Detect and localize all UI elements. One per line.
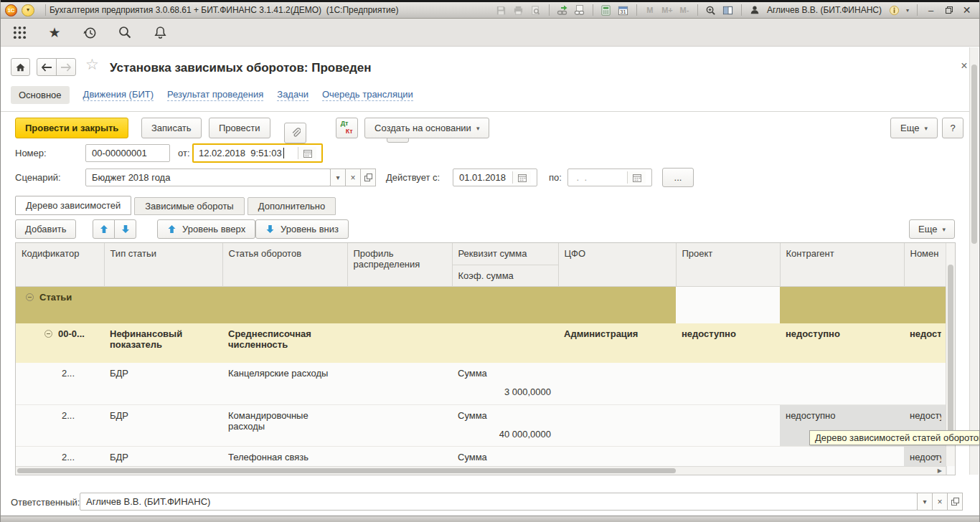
scroll-down-icon[interactable]: ▼: [932, 455, 938, 460]
memory-m-plus-button[interactable]: M+: [659, 6, 675, 14]
cell-amount[interactable]: Сумма40 000,0000: [452, 404, 558, 446]
collapse-icon[interactable]: [44, 330, 52, 338]
attachments-paperclip-icon[interactable]: [284, 123, 306, 143]
scenario-clear-icon[interactable]: ×: [345, 169, 361, 186]
nav-item-posting-result[interactable]: Результат проведения: [167, 89, 263, 101]
tree-more-button[interactable]: Еще▾: [909, 219, 955, 239]
column-header-article[interactable]: Статья оборотов: [222, 243, 347, 286]
cell-codifier[interactable]: 2...: [16, 363, 104, 404]
cell-contractor[interactable]: [780, 363, 904, 404]
calendar-picker-icon[interactable]: [512, 171, 531, 184]
form-vertical-scrollbar[interactable]: [969, 47, 979, 475]
cell-project[interactable]: [676, 363, 780, 404]
calculator-icon[interactable]: [598, 4, 614, 17]
tab-dependency-tree[interactable]: Дерево зависимостей: [15, 196, 131, 215]
info-icon[interactable]: [886, 4, 902, 17]
scenario-open-icon[interactable]: [360, 169, 376, 186]
level-up-button[interactable]: Уровень вверх: [157, 219, 255, 239]
cell-amount[interactable]: Сумма3 000,0000: [452, 363, 558, 404]
cell-profile[interactable]: [347, 404, 452, 446]
cell-project[interactable]: [676, 404, 780, 446]
cell-project[interactable]: недоступно: [676, 323, 780, 363]
cell-type[interactable]: БДР: [104, 363, 222, 404]
cell-amount[interactable]: [452, 323, 558, 363]
column-header-amount-coef[interactable]: Коэф. сумма: [452, 265, 558, 286]
back-button[interactable]: [37, 58, 57, 76]
scenario-field[interactable]: Бюджет 2018 года: [85, 169, 331, 186]
calendar-picker-icon[interactable]: [627, 171, 646, 184]
current-user-name[interactable]: Агличев В.В. (БИТ.ФИНАНС): [767, 5, 882, 15]
print-preview-icon[interactable]: [528, 4, 544, 17]
restore-button[interactable]: [941, 4, 957, 17]
print-icon[interactable]: [511, 4, 527, 17]
main-menu-button[interactable]: ▾: [22, 4, 34, 16]
close-window-button[interactable]: ✕: [958, 4, 975, 17]
cell-type[interactable]: БДР: [104, 404, 222, 446]
cell-type[interactable]: Нефинансовый показатель: [104, 323, 222, 363]
column-header-type[interactable]: Тип статьи: [104, 243, 222, 286]
tab-additional[interactable]: Дополнительно: [248, 197, 336, 215]
number-field[interactable]: 00-00000001: [85, 144, 170, 162]
cell-codifier[interactable]: Статьи: [16, 286, 104, 323]
cell-cfo[interactable]: [558, 404, 676, 446]
notifications-bell-icon[interactable]: [152, 24, 168, 40]
column-header-amount-attr[interactable]: Реквизит сумма: [452, 243, 558, 265]
calendar-picker-icon[interactable]: [298, 147, 316, 159]
nav-item-movements[interactable]: Движения (БИТ): [83, 89, 154, 101]
scenario-dropdown-icon[interactable]: ▾: [330, 169, 346, 186]
responsible-field[interactable]: Агличев В.В. (БИТ.ФИНАНС): [80, 493, 918, 511]
nav-item-main[interactable]: Основное: [11, 86, 70, 104]
responsible-dropdown-icon[interactable]: ▾: [917, 493, 933, 511]
cell-profile[interactable]: [347, 323, 452, 363]
search-icon[interactable]: [117, 24, 133, 40]
zoom-icon[interactable]: [703, 4, 719, 17]
add-button[interactable]: Добавить: [15, 219, 76, 239]
move-up-button[interactable]: [93, 219, 115, 239]
favorites-star-icon[interactable]: ★: [47, 24, 62, 40]
more-button[interactable]: Еще▾: [890, 118, 938, 138]
scroll-right-icon[interactable]: ▶: [938, 468, 942, 474]
minimize-button[interactable]: –: [923, 4, 939, 17]
save-icon[interactable]: [494, 4, 509, 17]
cell-nomenclature[interactable]: [904, 363, 947, 404]
go-to-link-icon[interactable]: [555, 4, 570, 17]
cell-profile[interactable]: [347, 363, 452, 404]
nav-item-translation-queue[interactable]: Очередь трансляции: [322, 89, 413, 101]
select-period-button[interactable]: ...: [662, 168, 694, 187]
column-header-contractor[interactable]: Контрагент: [780, 243, 904, 286]
scrollbar-thumb[interactable]: [948, 265, 953, 440]
date-field[interactable]: 12.02.2018 9:51:03: [192, 143, 323, 163]
move-down-button[interactable]: [114, 219, 136, 239]
cell-article[interactable]: Командировочные расходы: [222, 404, 347, 446]
memory-m-minus-button[interactable]: M-: [677, 6, 692, 14]
forward-button[interactable]: [56, 58, 76, 76]
history-icon[interactable]: [82, 24, 98, 40]
column-header-nomenclature[interactable]: Номен: [904, 243, 947, 286]
split-window-icon[interactable]: [720, 4, 736, 17]
memory-m-button[interactable]: M: [642, 6, 658, 14]
tab-dependent-turnovers[interactable]: Зависимые обороты: [134, 197, 245, 215]
home-button[interactable]: [11, 58, 30, 76]
valid-to-field[interactable]: . .: [567, 169, 652, 186]
level-down-button[interactable]: Уровень вниз: [255, 219, 349, 239]
cell-codifier[interactable]: 00-0...: [16, 323, 104, 363]
get-link-icon[interactable]: [572, 4, 588, 17]
help-button[interactable]: ?: [942, 118, 963, 138]
column-header-codifier[interactable]: Кодификатор: [16, 243, 104, 286]
cell-contractor[interactable]: недоступно: [780, 323, 904, 363]
column-header-profile[interactable]: Профиль распределения: [347, 243, 452, 286]
column-header-cfo[interactable]: ЦФО: [558, 243, 676, 286]
table-horizontal-scrollbar[interactable]: ▶: [16, 466, 946, 475]
write-button[interactable]: Записать: [141, 118, 202, 138]
favorite-star-icon[interactable]: ☆: [85, 56, 99, 73]
cell-nomenclature[interactable]: недоступно: [904, 323, 947, 363]
post-and-close-button[interactable]: Провести и закрыть: [15, 118, 128, 138]
calendar-icon[interactable]: 31: [616, 4, 631, 17]
scrollbar-thumb[interactable]: [17, 468, 676, 473]
post-button[interactable]: Провести: [209, 118, 270, 138]
cell-cfo[interactable]: Администрация: [558, 323, 676, 363]
info-dropdown-icon[interactable]: ▾: [903, 4, 912, 17]
dt-kt-postings-icon[interactable]: ДтКт: [336, 118, 358, 138]
menu-grid-icon[interactable]: [11, 24, 27, 40]
cell-article[interactable]: Канцелярские расходы: [222, 363, 347, 404]
